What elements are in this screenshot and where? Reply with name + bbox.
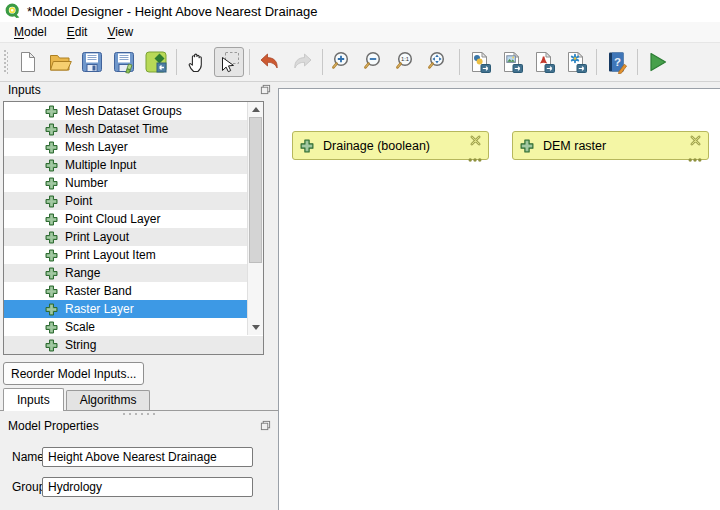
open-model-button[interactable] <box>45 47 75 77</box>
menu-bar: ModelEditView <box>0 22 720 43</box>
plus-icon <box>45 339 58 352</box>
zoom-in-icon <box>331 50 355 74</box>
input-item-print-layout[interactable]: Print Layout <box>4 228 263 246</box>
input-item-string[interactable]: String <box>4 336 263 354</box>
group-input[interactable] <box>42 477 253 497</box>
tab-inputs[interactable]: Inputs <box>3 388 64 411</box>
inputs-list: Mesh Dataset GroupsMesh Dataset TimeMesh… <box>3 101 264 355</box>
input-item-mesh-dataset-groups[interactable]: Mesh Dataset Groups <box>4 102 263 120</box>
save-model-in-project-button[interactable] <box>141 47 171 77</box>
save-model-button[interactable] <box>77 47 107 77</box>
plus-icon <box>45 285 58 298</box>
model-canvas[interactable]: Drainage (boolean)DEM raster <box>278 88 720 510</box>
input-item-label: Raster Layer <box>65 302 134 316</box>
menu-edit[interactable]: Edit <box>57 23 98 41</box>
model-node-dem-raster[interactable]: DEM raster <box>512 131 709 160</box>
toolbar: 1:1? <box>0 43 720 82</box>
menu-model[interactable]: Model <box>4 23 57 41</box>
toolbar-separator <box>249 49 250 75</box>
export-python-button[interactable] <box>465 47 495 77</box>
scroll-up-icon[interactable] <box>248 102 263 117</box>
save-model-icon <box>80 50 104 74</box>
edit-help-button[interactable]: ? <box>602 47 632 77</box>
input-item-mesh-dataset-time[interactable]: Mesh Dataset Time <box>4 120 263 138</box>
export-python-icon <box>468 50 492 74</box>
input-item-point-cloud-layer[interactable]: Point Cloud Layer <box>4 210 263 228</box>
toolbar-separator <box>459 49 460 75</box>
tab-algorithms[interactable]: Algorithms <box>66 390 151 410</box>
dock-float-icon[interactable] <box>259 420 271 432</box>
save-model-as-button[interactable] <box>109 47 139 77</box>
zoom-full-button[interactable] <box>424 47 454 77</box>
node-comment-dots-icon[interactable] <box>688 151 702 155</box>
plus-icon <box>45 303 58 316</box>
select-button[interactable] <box>214 47 244 77</box>
export-pdf-icon <box>532 50 556 74</box>
inputs-dock-title: Inputs <box>8 83 41 97</box>
inputs-list-scrollbar[interactable] <box>247 102 263 335</box>
inputs-dock: Inputs Mesh Dataset GroupsMesh Dataset T… <box>0 82 278 510</box>
zoom-out-button[interactable] <box>360 47 390 77</box>
toolbar-separator <box>596 49 597 75</box>
input-item-point[interactable]: Point <box>4 192 263 210</box>
redo-icon <box>290 50 314 74</box>
edit-help-icon: ? <box>605 50 629 74</box>
name-field-row: Name <box>0 447 278 467</box>
redo-button[interactable] <box>287 47 317 77</box>
toolbar-grip[interactable] <box>4 50 8 74</box>
input-item-mesh-layer[interactable]: Mesh Layer <box>4 138 263 156</box>
inputs-dock-header: Inputs <box>8 82 271 97</box>
input-item-label: Mesh Dataset Time <box>65 122 168 136</box>
remove-node-icon[interactable] <box>690 135 701 146</box>
menu-view[interactable]: View <box>97 23 143 41</box>
scroll-down-icon[interactable] <box>248 320 263 335</box>
zoom-actual-button[interactable]: 1:1 <box>392 47 422 77</box>
scrollbar-thumb[interactable] <box>249 117 262 263</box>
model-node-drainage-boolean[interactable]: Drainage (boolean) <box>292 131 489 160</box>
input-item-range[interactable]: Range <box>4 264 263 282</box>
splitter-handle[interactable] <box>0 413 278 415</box>
dock-float-icon[interactable] <box>259 84 271 96</box>
reorder-model-inputs-button[interactable]: Reorder Model Inputs... <box>3 362 144 385</box>
input-item-label: Raster Band <box>65 284 132 298</box>
undo-button[interactable] <box>255 47 285 77</box>
node-label: DEM raster <box>543 139 606 153</box>
name-input[interactable] <box>42 447 253 467</box>
plus-icon <box>45 141 58 154</box>
export-pdf-button[interactable] <box>529 47 559 77</box>
zoom-full-icon <box>427 50 451 74</box>
select-icon <box>217 50 241 74</box>
plus-icon <box>45 159 58 172</box>
input-item-print-layout-item[interactable]: Print Layout Item <box>4 246 263 264</box>
export-svg-icon <box>564 50 588 74</box>
plus-icon <box>520 139 534 153</box>
pan-button[interactable] <box>182 47 212 77</box>
plus-icon <box>45 177 58 190</box>
input-item-raster-band[interactable]: Raster Band <box>4 282 263 300</box>
export-svg-button[interactable] <box>561 47 591 77</box>
toolbar-separator <box>176 49 177 75</box>
plus-icon <box>45 231 58 244</box>
input-item-scale[interactable]: Scale <box>4 318 263 336</box>
new-model-button[interactable] <box>13 47 43 77</box>
run-model-button[interactable] <box>643 47 673 77</box>
input-item-number[interactable]: Number <box>4 174 263 192</box>
input-item-label: Number <box>65 176 108 190</box>
export-image-button[interactable] <box>497 47 527 77</box>
input-item-label: Multiple Input <box>65 158 136 172</box>
zoom-in-button[interactable] <box>328 47 358 77</box>
run-model-icon <box>646 50 670 74</box>
svg-text:1:1: 1:1 <box>401 56 409 62</box>
toolbar-separator <box>322 49 323 75</box>
input-item-label: Print Layout Item <box>65 248 156 262</box>
remove-node-icon[interactable] <box>470 135 481 146</box>
model-properties-header: Model Properties <box>8 418 271 433</box>
plus-icon <box>45 267 58 280</box>
group-field-row: Group <box>0 477 278 497</box>
group-label: Group <box>12 480 45 494</box>
qgis-logo-icon <box>5 3 21 19</box>
plus-icon <box>45 321 58 334</box>
input-item-raster-layer[interactable]: Raster Layer <box>4 300 263 318</box>
input-item-multiple-input[interactable]: Multiple Input <box>4 156 263 174</box>
node-comment-dots-icon[interactable] <box>468 151 482 155</box>
